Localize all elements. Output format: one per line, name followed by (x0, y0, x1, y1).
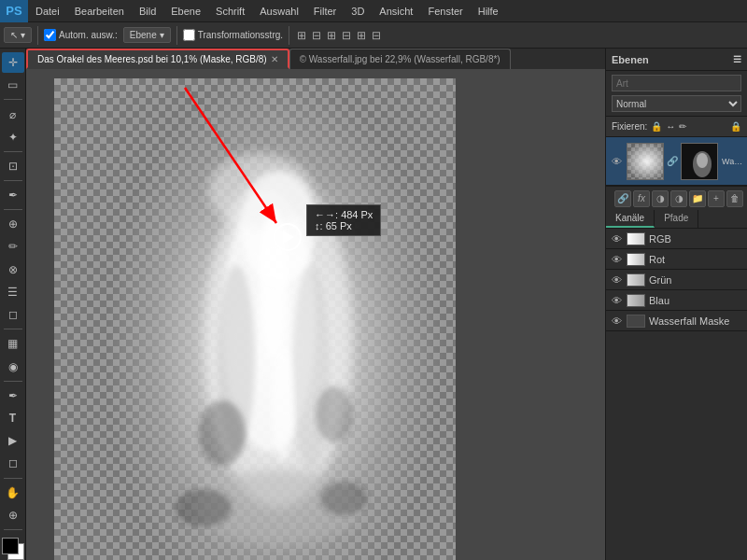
fix-paint-icon[interactable]: ✏ (679, 121, 686, 132)
color-swatch[interactable] (2, 538, 24, 560)
channel-gruen[interactable]: 👁 Grün (606, 270, 747, 290)
menu-bearbeiten[interactable]: Bearbeiten (67, 0, 132, 21)
channel-gruen-eye[interactable]: 👁 (610, 273, 623, 287)
channel-rot[interactable]: 👁 Rot (606, 249, 747, 270)
channel-blau-eye[interactable]: 👁 (610, 294, 623, 307)
tab-kanaele[interactable]: Kanäle (606, 210, 655, 228)
svg-point-8 (272, 349, 294, 461)
fix-label: Fixieren: (612, 121, 647, 132)
clone-btn[interactable]: ⊗ (2, 259, 24, 280)
hand-btn[interactable]: ✋ (2, 482, 24, 502)
spot-heal-btn[interactable]: ⊕ (2, 214, 24, 234)
type-btn[interactable]: T (2, 408, 24, 428)
layer-visibility-icon[interactable]: 👁 (610, 155, 623, 168)
channel-blau-label: Blau (649, 295, 669, 306)
svg-point-11 (176, 489, 232, 526)
new-layer-btn[interactable]: + (708, 190, 725, 207)
path-select-btn[interactable]: ▶ (2, 430, 24, 451)
menu-bar: PS Datei Bearbeiten Bild Ebene Schrift A… (0, 0, 747, 22)
history-icon: ☰ (7, 286, 18, 299)
fix-move-icon[interactable]: ↔ (666, 121, 675, 132)
fg-color (2, 538, 19, 554)
shape-icon: ◻ (8, 456, 18, 469)
channel-blau[interactable]: 👁 Blau (606, 290, 747, 311)
layers-options-icon[interactable]: ☰ (733, 54, 741, 64)
eraser-btn[interactable]: ◻ (2, 304, 24, 325)
tooltip-x-label: ←→: (315, 209, 338, 220)
layer-search-input[interactable] (612, 75, 741, 91)
fx-btn[interactable]: fx (633, 190, 650, 207)
crop-tool-btn[interactable]: ⊡ (2, 156, 24, 176)
channels-paths-tabs: Kanäle Pfade (606, 210, 747, 229)
menu-filter[interactable]: Filter (306, 0, 344, 21)
tooltip-x-value: 484 Px (341, 209, 373, 220)
fix-all-icon[interactable]: 🔒 (730, 121, 741, 132)
blend-row: Normal (612, 95, 741, 112)
align-middle-icon[interactable]: ⊞ (355, 29, 368, 42)
channel-rot-thumb (627, 253, 645, 266)
channel-gruen-thumb (627, 273, 645, 287)
menu-ansicht[interactable]: Ansicht (372, 0, 420, 21)
layer-item-wasserfall[interactable]: 👁 🔗 Wasserfa... (606, 137, 747, 186)
move-tool-btn[interactable]: ✛ (2, 52, 24, 73)
menu-auswahl[interactable]: Auswahl (252, 0, 306, 21)
magic-wand-btn[interactable]: ✦ (2, 127, 24, 147)
eyedropper-btn[interactable]: ✒ (2, 185, 24, 205)
delete-layer-btn[interactable]: 🗑 (726, 190, 743, 207)
menu-ebene[interactable]: Ebene (163, 0, 208, 21)
layer-link-icon[interactable]: 🔗 (668, 156, 677, 166)
menu-schrift[interactable]: Schrift (208, 0, 252, 21)
channel-mask[interactable]: 👁 Wasserfall Maske (606, 311, 747, 331)
tab-orakel-close[interactable]: ✕ (271, 54, 278, 64)
align-left-icon[interactable]: ⊞ (295, 29, 308, 42)
auto-select-checkbox[interactable]: Autom. ausw.: (44, 29, 118, 41)
align-center-icon[interactable]: ⊟ (310, 29, 323, 42)
link-layers-btn[interactable]: 🔗 (614, 190, 631, 207)
canvas-viewport[interactable]: ←→: 484 Px ↕: 65 Px (26, 69, 605, 560)
zoom-btn[interactable]: ⊕ (2, 505, 24, 525)
channel-mask-eye[interactable]: 👁 (610, 315, 623, 328)
brush-btn[interactable]: ✏ (2, 236, 24, 257)
tool-sep-2 (4, 151, 22, 152)
tab-wasserfall[interactable]: © Wasserfall.jpg bei 22,9% (Wasserfall, … (289, 49, 511, 69)
tab-pfade[interactable]: Pfade (655, 210, 698, 228)
auto-select-input[interactable] (44, 29, 56, 41)
menu-datei[interactable]: Datei (28, 0, 67, 21)
menu-bild[interactable]: Bild (132, 0, 163, 21)
lasso-tool-btn[interactable]: ⌀ (2, 104, 24, 124)
main-area: ✛ ▭ ⌀ ✦ ⊡ ✒ ⊕ ✏ ⊗ ☰ (0, 49, 747, 560)
tab-orakel[interactable]: Das Orakel des Meeres.psd bei 10,1% (Mas… (26, 49, 289, 69)
tab-orakel-label: Das Orakel des Meeres.psd bei 10,1% (Mas… (37, 54, 267, 64)
layer-dropdown-btn[interactable]: Ebene ▾ (123, 27, 171, 43)
fix-lock-icon[interactable]: 🔒 (651, 121, 662, 132)
blend-mode-select[interactable]: Normal (612, 95, 741, 112)
channel-rot-eye[interactable]: 👁 (610, 253, 623, 266)
tooltip-y-label: ↕: (315, 220, 323, 231)
lasso-icon: ⌀ (9, 108, 16, 121)
menu-3d[interactable]: 3D (344, 0, 372, 21)
tool-sep-4 (4, 209, 22, 210)
channel-rgb-eye[interactable]: 👁 (610, 232, 623, 245)
play-icon (283, 231, 294, 244)
history-btn[interactable]: ☰ (2, 282, 24, 302)
adjustment-btn[interactable]: ◑ (670, 190, 687, 207)
waterfall-svg (54, 78, 456, 560)
tool-arrow-btn[interactable]: ↖ ▾ (4, 27, 32, 43)
align-bottom-icon[interactable]: ⊟ (370, 29, 383, 42)
new-group-btn[interactable]: 📁 (689, 190, 706, 207)
tooltip-x: ←→: 484 Px (315, 209, 373, 220)
align-top-icon[interactable]: ⊟ (340, 29, 353, 42)
pen-btn[interactable]: ✒ (2, 385, 24, 406)
menu-hilfe[interactable]: Hilfe (471, 0, 506, 21)
blur-btn[interactable]: ◉ (2, 356, 24, 376)
transform-input[interactable] (183, 29, 195, 41)
transform-checkbox[interactable]: Transformationsstrg. (183, 29, 283, 41)
menu-fenster[interactable]: Fenster (420, 0, 470, 21)
align-right-icon[interactable]: ⊞ (325, 29, 338, 42)
move-cursor (274, 223, 302, 251)
shape-btn[interactable]: ◻ (2, 453, 24, 473)
gradient-btn[interactable]: ▦ (2, 333, 24, 354)
add-mask-btn[interactable]: ◑ (652, 190, 669, 207)
selection-tool-btn[interactable]: ▭ (2, 75, 24, 95)
channel-rgb[interactable]: 👁 RGB (606, 229, 747, 249)
